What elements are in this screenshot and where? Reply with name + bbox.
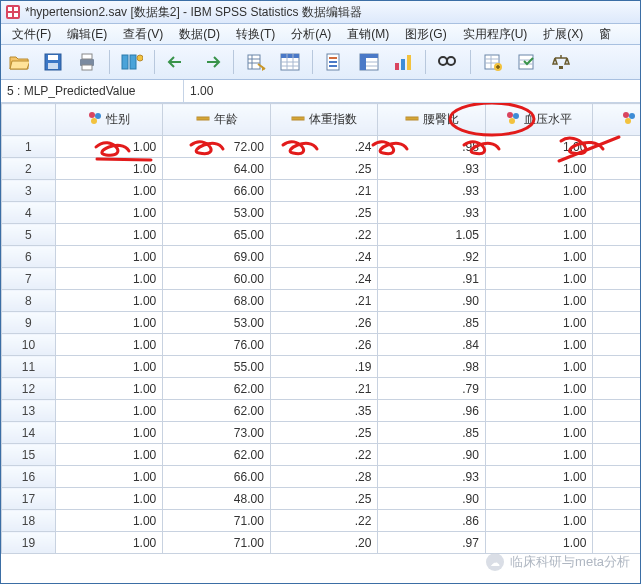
undo-icon[interactable] bbox=[163, 48, 191, 76]
cell[interactable]: 1.00 bbox=[593, 488, 640, 510]
cell[interactable]: 1.00 bbox=[593, 180, 640, 202]
menu-item-5[interactable]: 分析(A) bbox=[284, 25, 338, 44]
menu-item-4[interactable]: 转换(T) bbox=[229, 25, 282, 44]
cell[interactable]: .91 bbox=[378, 268, 486, 290]
report-icon[interactable] bbox=[321, 48, 349, 76]
cell[interactable]: 1.00 bbox=[485, 356, 593, 378]
cell[interactable]: 73.00 bbox=[163, 422, 271, 444]
row-header[interactable]: 15 bbox=[2, 444, 56, 466]
cell[interactable]: 1.00 bbox=[485, 312, 593, 334]
cell[interactable]: .93 bbox=[378, 202, 486, 224]
cell[interactable]: .85 bbox=[378, 422, 486, 444]
cell[interactable]: 1.00 bbox=[55, 356, 163, 378]
cell[interactable]: 1.00 bbox=[593, 356, 640, 378]
menu-item-2[interactable]: 查看(V) bbox=[116, 25, 170, 44]
column-header-1[interactable]: 年龄 bbox=[163, 104, 271, 136]
cell[interactable]: 1.00 bbox=[55, 246, 163, 268]
cell[interactable]: .28 bbox=[270, 466, 378, 488]
cell[interactable]: 1.00 bbox=[55, 224, 163, 246]
data-grid[interactable]: 性别年龄体重指数腰臀比血压水平吸烟2 11.0072.00.24.981.002… bbox=[1, 103, 640, 554]
cell[interactable]: .79 bbox=[378, 378, 486, 400]
print-icon[interactable] bbox=[73, 48, 101, 76]
cell[interactable]: .35 bbox=[270, 400, 378, 422]
cell[interactable]: 1.00 bbox=[55, 312, 163, 334]
recall-icon[interactable] bbox=[118, 48, 146, 76]
cell[interactable]: .85 bbox=[378, 312, 486, 334]
cell[interactable]: 2.00 bbox=[593, 136, 640, 158]
cell[interactable]: .96 bbox=[378, 400, 486, 422]
cell[interactable]: .98 bbox=[378, 136, 486, 158]
cell-value[interactable]: 1.00 bbox=[184, 84, 640, 98]
cell[interactable]: .21 bbox=[270, 378, 378, 400]
cell[interactable]: 1.00 bbox=[485, 532, 593, 554]
cell[interactable]: 48.00 bbox=[163, 488, 271, 510]
open-icon[interactable] bbox=[5, 48, 33, 76]
row-header[interactable]: 12 bbox=[2, 378, 56, 400]
row-header[interactable]: 5 bbox=[2, 224, 56, 246]
cell[interactable]: 1.00 bbox=[485, 180, 593, 202]
cell[interactable]: .90 bbox=[378, 488, 486, 510]
cell[interactable]: .19 bbox=[270, 356, 378, 378]
cell[interactable]: 65.00 bbox=[163, 224, 271, 246]
goto-icon[interactable] bbox=[242, 48, 270, 76]
cell[interactable]: .90 bbox=[378, 290, 486, 312]
cell[interactable]: .24 bbox=[270, 268, 378, 290]
cell[interactable]: 1.00 bbox=[593, 312, 640, 334]
cell[interactable]: 1.00 bbox=[485, 488, 593, 510]
cell[interactable]: 1.00 bbox=[485, 136, 593, 158]
pivot-icon[interactable] bbox=[355, 48, 383, 76]
menu-item-7[interactable]: 图形(G) bbox=[398, 25, 453, 44]
cell[interactable]: .93 bbox=[378, 180, 486, 202]
cell[interactable]: .25 bbox=[270, 202, 378, 224]
find-icon[interactable] bbox=[434, 48, 462, 76]
cell[interactable]: 1.00 bbox=[485, 268, 593, 290]
cell[interactable]: 1.05 bbox=[378, 224, 486, 246]
row-header[interactable]: 19 bbox=[2, 532, 56, 554]
chart-icon[interactable] bbox=[389, 48, 417, 76]
row-header[interactable]: 7 bbox=[2, 268, 56, 290]
cell[interactable]: .86 bbox=[378, 510, 486, 532]
row-header[interactable]: 17 bbox=[2, 488, 56, 510]
cell[interactable]: 68.00 bbox=[163, 290, 271, 312]
cell[interactable]: 66.00 bbox=[163, 180, 271, 202]
column-header-5[interactable]: 吸烟2 bbox=[593, 104, 640, 136]
cell[interactable]: 1.00 bbox=[485, 224, 593, 246]
cell[interactable]: 1.00 bbox=[485, 290, 593, 312]
row-header[interactable]: 3 bbox=[2, 180, 56, 202]
menu-item-9[interactable]: 扩展(X) bbox=[536, 25, 590, 44]
cell[interactable]: 1.00 bbox=[593, 466, 640, 488]
cell[interactable]: 1.00 bbox=[593, 268, 640, 290]
cell[interactable]: .93 bbox=[378, 158, 486, 180]
cell[interactable]: 1.00 bbox=[485, 466, 593, 488]
cell[interactable]: 1.00 bbox=[55, 466, 163, 488]
cell[interactable]: 1.00 bbox=[485, 400, 593, 422]
cell[interactable]: 1.00 bbox=[485, 510, 593, 532]
cell[interactable]: 1.00 bbox=[55, 180, 163, 202]
menu-item-8[interactable]: 实用程序(U) bbox=[456, 25, 535, 44]
cell[interactable]: .25 bbox=[270, 488, 378, 510]
cell[interactable]: 1.00 bbox=[55, 158, 163, 180]
cell[interactable]: .22 bbox=[270, 224, 378, 246]
cell[interactable]: 1.00 bbox=[485, 202, 593, 224]
cell[interactable]: 1.00 bbox=[593, 510, 640, 532]
cell[interactable]: 2.00 bbox=[593, 400, 640, 422]
cell[interactable]: 1.00 bbox=[55, 488, 163, 510]
row-header[interactable]: 1 bbox=[2, 136, 56, 158]
menu-item-10[interactable]: 窗 bbox=[592, 25, 618, 44]
cell[interactable]: .20 bbox=[270, 532, 378, 554]
row-header[interactable]: 10 bbox=[2, 334, 56, 356]
row-header[interactable]: 8 bbox=[2, 290, 56, 312]
cell[interactable]: .93 bbox=[378, 466, 486, 488]
cell[interactable]: .24 bbox=[270, 136, 378, 158]
row-header[interactable]: 9 bbox=[2, 312, 56, 334]
row-header[interactable]: 13 bbox=[2, 400, 56, 422]
cell[interactable]: 1.00 bbox=[55, 202, 163, 224]
cell[interactable]: 2.00 bbox=[593, 444, 640, 466]
row-header[interactable]: 18 bbox=[2, 510, 56, 532]
cell[interactable]: 1.00 bbox=[55, 422, 163, 444]
cell[interactable]: 2.00 bbox=[593, 202, 640, 224]
cell[interactable]: .22 bbox=[270, 444, 378, 466]
row-header[interactable]: 4 bbox=[2, 202, 56, 224]
cell[interactable]: 1.00 bbox=[55, 290, 163, 312]
cell[interactable]: 72.00 bbox=[163, 136, 271, 158]
